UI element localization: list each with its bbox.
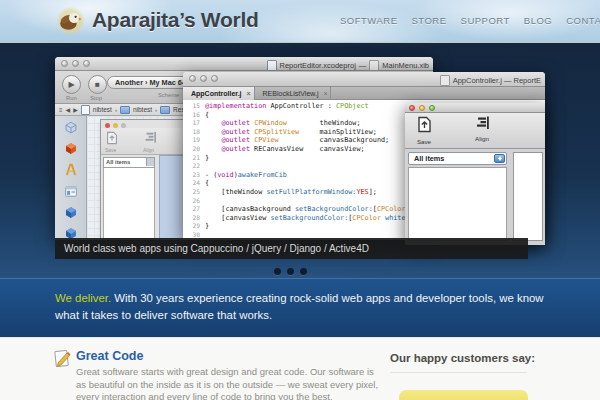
divider <box>390 372 527 373</box>
carousel-dot-2[interactable] <box>287 268 294 275</box>
bird-logo-icon[interactable] <box>55 5 86 37</box>
palette-content: All items <box>405 149 545 245</box>
xib-doc-icon <box>369 60 379 71</box>
align-icon <box>474 116 490 130</box>
cube-wireframe-icon <box>63 121 79 134</box>
stepper-icon <box>494 154 505 163</box>
editor-tab-bar: AppController.j × REBlockListView.j × <box>183 87 545 100</box>
mock-body: All items <box>101 155 193 240</box>
feature-heading[interactable]: Great Code <box>76 349 143 363</box>
testimonials-heading: Our happy customers say: <box>390 352 535 364</box>
intro-highlight: We deliver. <box>55 292 111 304</box>
palette-toolbar: Save Align <box>405 113 545 149</box>
nav-link-software[interactable]: SOFTWARE <box>340 15 397 26</box>
save-label: Save <box>105 147 116 153</box>
nav-link-contact[interactable]: CONTACT <box>566 15 600 26</box>
list-icon: ≡ <box>59 107 63 113</box>
carousel-dot-1[interactable] <box>274 268 281 275</box>
code-titlebar: AppController.j — ReportE <box>183 72 545 87</box>
align-tool: Align <box>465 116 499 142</box>
designed-window-mock: Save Align All items <box>100 119 194 240</box>
run-label: Run <box>66 95 77 101</box>
xcode-titlebar: ReportEditor.xcodeproj — MainMenu.xib <box>55 57 433 71</box>
cube-red-icon <box>63 142 79 155</box>
project-doc-icon <box>81 105 90 115</box>
breadcrumb-item: nibtest <box>133 106 152 113</box>
palette-titlebar <box>405 103 545 113</box>
nav-link-support[interactable]: SUPPORT <box>461 15 510 26</box>
save-label: Save <box>407 138 441 145</box>
stepper-icon <box>146 158 154 166</box>
slide-caption: World class web apps using Cappuccino / … <box>55 238 528 259</box>
folder-icon <box>160 106 170 114</box>
code-window-title: AppController.j — ReportE <box>440 75 541 86</box>
cube-blue-icon <box>63 206 79 219</box>
save-icon <box>106 131 118 145</box>
filter-dropdown: All items <box>408 152 507 165</box>
xcode-window-title: ReportEditor.xcodeproj — MainMenu.xib <box>267 60 430 71</box>
nav-link-store[interactable]: STORE <box>411 15 446 26</box>
filter-dropdown: All items <box>103 157 155 168</box>
page: Aparajita’s World SOFTWARE STORE SUPPORT… <box>0 0 600 400</box>
window-controls <box>101 120 193 128</box>
source-doc-icon <box>440 75 450 86</box>
tab-reblocklistview: REBlockListView.j × <box>255 87 332 100</box>
close-tab-icon: × <box>246 87 250 100</box>
breadcrumb-separator: › <box>155 107 157 113</box>
feature-body: Great software starts with great design … <box>76 366 378 400</box>
drawing-tools-icon <box>63 163 79 176</box>
window-controls <box>189 75 218 82</box>
nav-link-blog[interactable]: BLOG <box>524 15 552 26</box>
site-header: Aparajita’s World SOFTWARE STORE SUPPORT… <box>0 0 600 42</box>
pencil-page-icon <box>53 349 72 368</box>
main-nav: SOFTWARE STORE SUPPORT BLOG CONTACT <box>340 15 600 26</box>
breadcrumb-separator: › <box>115 107 117 113</box>
stop-label: Stop <box>90 95 102 101</box>
intro-banner: We deliver. With 30 years experience cre… <box>0 278 600 337</box>
window-pane-icon <box>63 185 79 198</box>
carousel-dot-3[interactable] <box>300 268 307 275</box>
intro-text: We deliver. With 30 years experience cre… <box>55 290 565 324</box>
hero-slideshow: ReportEditor.xcodeproj — MainMenu.xib ▶ … <box>0 46 600 278</box>
content-section: Great Code Great software starts with gr… <box>0 337 600 400</box>
breadcrumb-item: nibtest <box>93 106 112 113</box>
close-tab-icon: × <box>323 87 327 100</box>
back-arrow-icon: ◀ <box>66 106 71 113</box>
detail-pane <box>513 152 543 241</box>
tab-appcontroller: AppController.j × <box>183 87 255 100</box>
window-controls <box>409 105 435 111</box>
xcodeproj-doc-icon <box>267 60 277 71</box>
save-icon <box>417 116 432 133</box>
run-button: ▶ <box>62 75 81 94</box>
align-label: Align <box>143 147 154 153</box>
ib-palette-window: Save Align All items <box>405 103 545 245</box>
object-list <box>408 167 507 241</box>
save-tool: Save <box>407 116 441 145</box>
window-controls <box>61 60 90 67</box>
mock-toolbar: Save Align <box>101 128 193 155</box>
site-title[interactable]: Aparajita’s World <box>92 8 258 32</box>
stop-button: ■ <box>88 75 107 94</box>
folder-icon <box>120 106 130 114</box>
align-label: Align <box>465 135 499 142</box>
forward-arrow-icon: ▶ <box>73 106 78 113</box>
align-icon <box>143 131 157 144</box>
carousel-dots <box>274 268 307 275</box>
testimonial-bubble <box>399 390 528 400</box>
scheme-label: Scheme <box>158 92 179 98</box>
object-list <box>103 168 155 239</box>
ib-library-sidebar <box>55 116 87 240</box>
